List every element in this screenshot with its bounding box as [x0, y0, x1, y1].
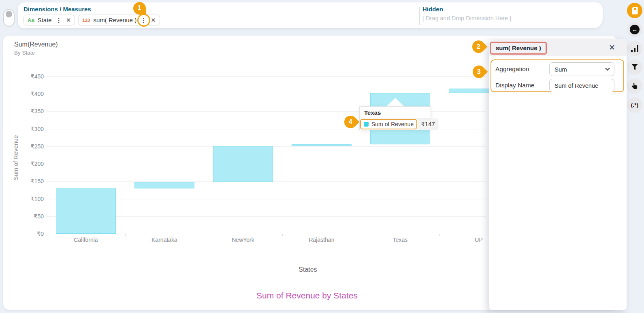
tooltip: Texas Sum of Revenue ₹147: [359, 106, 431, 130]
y-axis-tick-label: ₹450: [15, 73, 44, 80]
chevron-down-icon: [605, 66, 610, 70]
chip-sum-revenue-label: sum( Revenue ): [93, 17, 136, 23]
toggle-knob: [6, 11, 12, 17]
chip-state[interactable]: Aa State ⋮ ✕: [23, 15, 75, 25]
text-type-icon: Aa: [28, 17, 34, 23]
y-axis-tick-label: ₹250: [15, 143, 44, 150]
tooltip-series-cell: Sum of Revenue: [360, 119, 417, 129]
panel-close-icon[interactable]: ✕: [609, 43, 615, 52]
interaction-button[interactable]: [627, 78, 642, 94]
y-axis-tick-label: ₹300: [15, 126, 44, 132]
y-axis-tick-label: ₹400: [15, 91, 44, 97]
hidden-title: Hidden: [422, 6, 511, 13]
bar-california[interactable]: [56, 188, 116, 234]
click-hand-icon: [631, 82, 639, 90]
number-type-icon: 123: [82, 18, 90, 23]
display-name-label: Display Name: [495, 82, 534, 89]
tooltip-title: Texas: [360, 107, 431, 118]
field-chips: Aa State ⋮ ✕ 123 sum( Revenue ) ⋮ 1 ✕: [23, 15, 160, 25]
series-color-swatch: [364, 122, 369, 127]
x-axis-tick: [47, 234, 47, 236]
regex-button[interactable]: (.*): [627, 97, 642, 113]
memory-card-icon: [632, 7, 638, 15]
chart-type-button[interactable]: [627, 41, 642, 56]
x-axis-tick-label: Texas: [370, 237, 430, 243]
chip-sum-revenue-remove-icon[interactable]: ✕: [151, 17, 156, 23]
chip-state-remove-icon[interactable]: ✕: [66, 17, 71, 23]
tooltip-value: ₹147: [418, 118, 438, 130]
bar-rajasthan[interactable]: [292, 144, 352, 146]
y-axis-tick-label: ₹350: [15, 108, 44, 114]
bar-newyork[interactable]: [213, 146, 273, 182]
bar-chart-icon: [631, 45, 639, 52]
chip-state-label: State: [38, 17, 52, 23]
chip-sum-revenue[interactable]: 123 sum( Revenue ) ⋮ 1 ✕: [78, 15, 160, 25]
y-gridline: [46, 234, 486, 234]
panel-header: sum( Revenue ) ✕: [489, 39, 627, 56]
hidden-section[interactable]: Hidden [ Drag and Drop Dimension Here ]: [422, 6, 511, 21]
chip-state-menu-icon[interactable]: ⋮: [55, 17, 63, 23]
x-axis-tick: [125, 234, 126, 236]
hidden-dropzone-placeholder: [ Drag and Drop Dimension Here ]: [422, 15, 511, 21]
y-gridline: [46, 76, 486, 77]
bar-karnataka[interactable]: [134, 182, 194, 188]
y-axis-tick-label: ₹0: [15, 231, 44, 237]
aggregation-label: Aggregation: [495, 66, 529, 73]
display-name-input[interactable]: Sum of Revenue: [549, 79, 614, 92]
panel-title-highlight: sum( Revenue ): [490, 42, 547, 55]
fields-toolbar: Dimensions / Measures Aa State ⋮ ✕ 123 s…: [18, 2, 603, 28]
filter-icon: [631, 64, 638, 71]
toolbar-divider: [419, 7, 420, 25]
measure-properties-panel: sum( Revenue ) ✕ Aggregation Sum Display…: [489, 39, 627, 310]
dimensions-measures-section: Dimensions / Measures Aa State ⋮ ✕ 123 s…: [23, 6, 160, 25]
display-name-value: Sum of Revenue: [554, 82, 598, 89]
filter-button[interactable]: [627, 59, 642, 75]
back-button[interactable]: ←: [627, 22, 642, 37]
y-axis-tick-label: ₹100: [15, 196, 44, 202]
aggregation-value: Sum: [554, 66, 567, 73]
x-axis-tick-label: California: [56, 237, 116, 243]
chip-sum-revenue-menu-icon[interactable]: ⋮ 1: [140, 17, 147, 23]
regex-icon: (.*): [631, 102, 639, 108]
view-toggle[interactable]: [3, 9, 15, 27]
tooltip-series-label: Sum of Revenue: [371, 121, 414, 127]
y-axis-tick-label: ₹50: [15, 213, 44, 220]
x-axis-tick: [361, 234, 361, 236]
x-axis-tick-label: NewYork: [213, 237, 273, 243]
panel-title: sum( Revenue ): [496, 44, 541, 51]
y-axis-tick-label: ₹200: [15, 161, 44, 167]
aggregation-select[interactable]: Sum: [549, 62, 614, 76]
memory-card-button[interactable]: [627, 3, 642, 18]
x-axis-tick-label: Rajasthan: [292, 237, 352, 243]
x-axis-tick: [439, 234, 440, 236]
x-axis-tick-label: Karnataka: [134, 237, 194, 243]
tooltip-body: Sum of Revenue ₹147: [360, 118, 431, 130]
annotation-badge-1: 1: [133, 2, 146, 15]
back-arrow-icon: ←: [630, 25, 640, 34]
tooltip-arrow: [386, 98, 404, 106]
x-axis-tick: [282, 234, 283, 236]
x-axis-tick: [204, 234, 204, 236]
y-axis-tick-label: ₹150: [15, 178, 44, 184]
